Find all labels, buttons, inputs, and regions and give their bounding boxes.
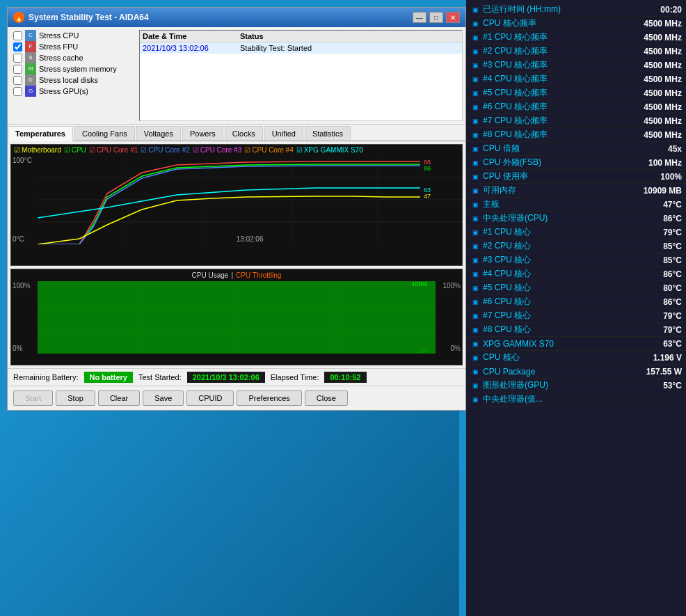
monitor-row-label-14: 主板 — [483, 198, 626, 210]
cpuid-button[interactable]: CPUID — [186, 390, 234, 406]
monitor-row-label-24: XPG GAMMIX S70 — [483, 339, 626, 349]
monitor-row-3: ▣ #2 CPU 核心频率 4500 MHz — [466, 45, 686, 58]
monitor-row-24: ▣ XPG GAMMIX S70 63°C — [466, 337, 686, 351]
monitor-row-label-27: 图形处理器(GPU) — [483, 379, 626, 391]
preferences-button[interactable]: Preferences — [237, 390, 301, 406]
stress-cpu-checkbox[interactable] — [13, 31, 22, 40]
temp-y-axis: 100°C 0°C — [11, 155, 38, 244]
log-header-status: Status — [240, 32, 459, 40]
log-row-status: Stability Test: Started — [240, 44, 459, 52]
temp-chart-canvas: 88 86 63 47 13:02:06 — [38, 155, 462, 244]
temperature-chart: ☑Motherboard ☑CPU ☑CPU Core #1 ☑CPU Core… — [10, 144, 463, 266]
log-row-date: 2021/10/3 13:02:06 — [143, 44, 240, 52]
monitor-row-22: ▣ #7 CPU 核心 79°C — [466, 309, 686, 323]
monitor-row-28: ▣ 中央处理器(值... — [466, 393, 686, 406]
chart-area: ☑Motherboard ☑CPU ☑CPU Core #1 ☑CPU Core… — [8, 141, 465, 368]
monitor-row-icon-25: ▣ — [470, 353, 480, 363]
monitor-row-label-25: CPU 核心 — [483, 352, 626, 363]
clear-button[interactable]: Clear — [98, 390, 140, 406]
monitor-row-value-4: 4500 MHz — [626, 61, 682, 70]
monitor-row-label-0: 已运行时间 (HH:mm) — [483, 3, 626, 15]
monitor-row-label-10: CPU 倍频 — [483, 143, 626, 155]
stress-memory-checkbox[interactable] — [13, 65, 22, 74]
monitor-row-icon-0: ▣ — [470, 5, 480, 15]
legend-xpg: ☑XPG GAMMIX S70 — [296, 146, 363, 154]
title-bar: 🔥 System Stability Test - AIDA64 — □ ✕ — [8, 8, 465, 27]
monitor-row-label-6: #5 CPU 核心频率 — [483, 87, 626, 99]
monitor-row-value-16: 79°C — [626, 228, 682, 237]
monitor-row-label-13: 可用内存 — [483, 184, 626, 196]
stress-cache-checkbox[interactable] — [13, 54, 22, 63]
monitor-row-13: ▣ 可用内存 10909 MB — [466, 184, 686, 198]
monitor-row-value-23: 79°C — [626, 325, 682, 335]
monitor-row-label-21: #6 CPU 核心 — [483, 296, 626, 308]
tab-cooling-fans[interactable]: Cooling Fans — [74, 126, 135, 141]
tab-clocks[interactable]: Clocks — [225, 126, 263, 141]
monitor-row-14: ▣ 主板 47°C — [466, 198, 686, 212]
monitor-row-icon-23: ▣ — [470, 325, 480, 335]
monitor-row-value-11: 100 MHz — [626, 158, 682, 168]
monitor-row-value-21: 86°C — [626, 297, 682, 307]
monitor-row-value-8: 4500 MHz — [626, 116, 682, 126]
svg-rect-16 — [38, 281, 436, 354]
elapsed-time-value: 00:10:52 — [324, 372, 366, 383]
log-area: Date & Time Status 2021/10/3 13:02:06 St… — [139, 30, 463, 121]
monitor-row-26: ▣ CPU Package 157.55 W — [466, 365, 686, 379]
stress-gpu-checkbox[interactable] — [13, 87, 22, 96]
close-button[interactable]: Close — [305, 390, 348, 406]
minimize-button[interactable]: — — [413, 12, 426, 23]
monitor-row-icon-18: ▣ — [470, 255, 480, 265]
monitor-row-value-6: 4500 MHz — [626, 88, 682, 98]
monitor-row-label-15: 中央处理器(CPU) — [483, 212, 626, 224]
save-button[interactable]: Save — [143, 390, 184, 406]
legend-cpu: ☑CPU — [64, 146, 86, 154]
test-started-label: Test Started: — [138, 373, 182, 381]
monitor-row-6: ▣ #5 CPU 核心频率 4500 MHz — [466, 86, 686, 100]
tab-unified[interactable]: Unified — [264, 126, 303, 141]
monitor-row-icon-1: ▣ — [470, 19, 480, 29]
tab-temperatures[interactable]: Temperatures — [8, 126, 73, 141]
temp-legend: ☑Motherboard ☑CPU ☑CPU Core #1 ☑CPU Core… — [11, 145, 462, 155]
stress-fpu-checkbox[interactable] — [13, 42, 22, 52]
tab-powers[interactable]: Powers — [182, 126, 223, 141]
monitor-row-label-16: #1 CPU 核心 — [483, 226, 626, 238]
monitor-row-icon-10: ▣ — [470, 144, 480, 154]
monitor-row-18: ▣ #3 CPU 核心 85°C — [466, 253, 686, 267]
monitor-row-icon-20: ▣ — [470, 283, 480, 293]
monitor-row-value-25: 1.196 V — [626, 353, 682, 363]
window-title: System Stability Test - AIDA64 — [29, 13, 149, 22]
top-section: C Stress CPU F Stress FPU $ Stress cache… — [8, 27, 465, 125]
monitor-row-icon-4: ▣ — [470, 61, 480, 70]
maximize-button[interactable]: □ — [429, 12, 443, 23]
window-close-button[interactable]: ✕ — [446, 12, 460, 23]
monitor-row-icon-15: ▣ — [470, 214, 480, 223]
usage-y-axis: 100% 0% — [11, 281, 38, 354]
monitor-row-label-28: 中央处理器(值... — [483, 393, 626, 405]
temp-chart-body: 100°C 0°C — [11, 155, 462, 244]
stop-button[interactable]: Stop — [56, 390, 95, 406]
monitor-row-icon-26: ▣ — [470, 367, 480, 377]
monitor-row-icon-13: ▣ — [470, 186, 480, 196]
usage-chart-title: CPU Usage | CPU Throttling — [192, 271, 282, 279]
monitor-row-icon-17: ▣ — [470, 242, 480, 251]
stress-gpu-label: Stress GPU(s) — [39, 87, 88, 95]
tab-statistics[interactable]: Statistics — [305, 126, 351, 141]
temp-time-label: 13:02:06 — [237, 235, 264, 243]
start-button[interactable]: Start — [13, 390, 53, 406]
monitor-row-value-1: 4500 MHz — [626, 19, 682, 29]
monitor-row-label-3: #2 CPU 核心频率 — [483, 45, 626, 57]
tab-voltages[interactable]: Voltages — [136, 126, 181, 141]
monitor-row-value-18: 85°C — [626, 255, 682, 265]
monitor-row-value-17: 85°C — [626, 242, 682, 251]
stress-local-checkbox[interactable] — [13, 76, 22, 85]
stress-memory-row: M Stress system memory — [13, 63, 131, 74]
log-header-date: Date & Time — [143, 32, 240, 40]
monitor-row-label-19: #4 CPU 核心 — [483, 268, 626, 280]
stress-cache-row: $ Stress cache — [13, 52, 131, 63]
monitor-row-value-27: 53°C — [626, 381, 682, 390]
main-window: 🔥 System Stability Test - AIDA64 — □ ✕ C… — [7, 7, 466, 411]
monitor-row-1: ▣ CPU 核心频率 4500 MHz — [466, 17, 686, 31]
svg-text:0%: 0% — [419, 347, 428, 354]
monitor-row-value-13: 10909 MB — [626, 186, 682, 196]
monitor-row-icon-22: ▣ — [470, 311, 480, 321]
